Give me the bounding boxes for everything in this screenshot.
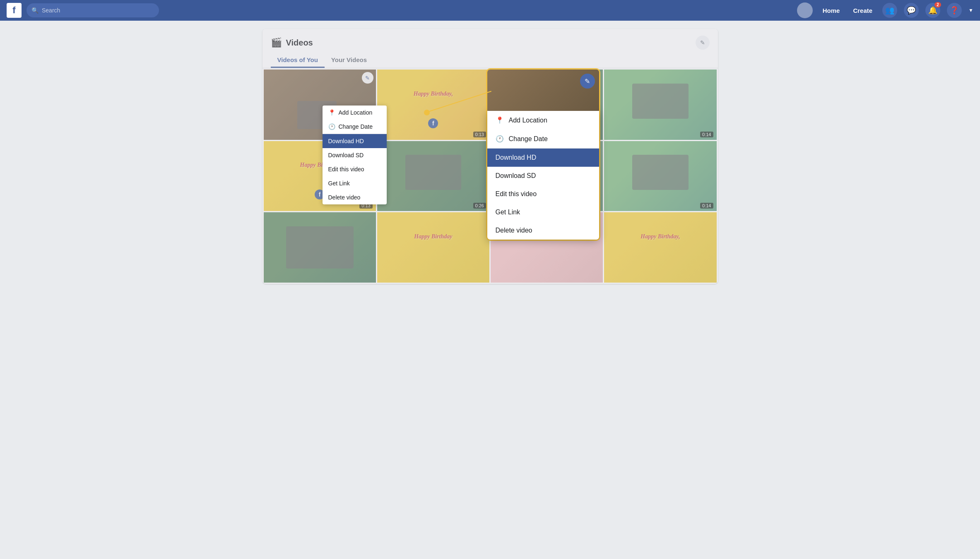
- hb-text-12: Happy Birthday,: [604, 233, 716, 240]
- videos-title: Videos: [286, 38, 691, 48]
- dropdown-large-add-location[interactable]: 📍 Add Location: [487, 111, 599, 130]
- navbar: f 🔍 Home Create 👥 💬 🔔 2 ❓ ▼: [0, 0, 980, 21]
- pencil-icon-large: ✎: [585, 77, 590, 85]
- main-container: 🎬 Videos ✎ Videos of You Your Videos ✎ H…: [262, 29, 718, 284]
- section-edit-button[interactable]: ✎: [696, 36, 710, 50]
- video-duration-8: 0:14: [700, 203, 713, 209]
- video-duration-2: 0:13: [473, 132, 486, 137]
- friends-icon: 👥: [885, 6, 894, 15]
- video-thumb-8[interactable]: 0:14: [604, 141, 716, 211]
- dropdown-large-download-sd[interactable]: Download SD: [487, 167, 599, 185]
- avatar[interactable]: [797, 2, 813, 18]
- friends-icon-btn[interactable]: 👥: [882, 3, 897, 18]
- video-thumb-10[interactable]: Happy Birthday: [377, 212, 489, 283]
- fb-logo-2: f: [428, 118, 438, 128]
- location-icon-large: 📍: [496, 116, 504, 124]
- search-bar[interactable]: 🔍: [26, 3, 159, 17]
- create-link[interactable]: Create: [850, 5, 876, 16]
- messenger-icon: 💬: [907, 6, 916, 15]
- videos-header: 🎬 Videos ✎: [262, 29, 718, 50]
- video-thumb-12[interactable]: Happy Birthday,: [604, 212, 716, 283]
- videos-tabs: Videos of You Your Videos: [262, 50, 718, 68]
- account-menu-caret[interactable]: ▼: [968, 7, 973, 13]
- dropdown-small-change-date[interactable]: 🕐 Change Date: [323, 120, 387, 134]
- video-duration-4: 0:14: [700, 132, 713, 137]
- hb-text-2: Happy Birthday,: [377, 91, 489, 97]
- notifications-icon-btn[interactable]: 🔔 2: [925, 3, 940, 18]
- question-icon: ❓: [950, 6, 959, 15]
- hb-text-10: Happy Birthday: [377, 233, 489, 240]
- video-thumb-2[interactable]: Happy Birthday, f 0:13: [377, 70, 489, 140]
- dropdown-large-delete-video[interactable]: Delete video: [487, 221, 599, 240]
- dropdown-small-download-sd[interactable]: Download SD: [323, 148, 387, 162]
- help-icon-btn[interactable]: ❓: [947, 3, 962, 18]
- dropdown-large-edit-video[interactable]: Edit this video: [487, 185, 599, 203]
- dropdown-video-header: ✎: [487, 70, 599, 111]
- navbar-right: Home Create 👥 💬 🔔 2 ❓ ▼: [797, 2, 973, 18]
- dropdown-large-change-date[interactable]: 🕐 Change Date: [487, 130, 599, 148]
- dropdown-small-edit-video[interactable]: Edit this video: [323, 162, 387, 176]
- facebook-logo[interactable]: f: [7, 3, 22, 18]
- video-thumb-9[interactable]: [264, 212, 376, 283]
- search-icon: 🔍: [31, 7, 39, 14]
- dropdown-large-wrapper: ✎ 📍 Add Location 🕐 Change Date Download …: [486, 68, 600, 241]
- dropdown-small: 📍 Add Location 🕐 Change Date Download HD…: [323, 106, 387, 204]
- dropdown-small-get-link[interactable]: Get Link: [323, 176, 387, 190]
- home-link[interactable]: Home: [819, 5, 843, 16]
- tab-your-videos[interactable]: Your Videos: [325, 53, 373, 68]
- notification-badge: 2: [934, 2, 941, 7]
- pencil-icon: ✎: [700, 39, 705, 46]
- dropdown-small-add-location[interactable]: 📍 Add Location: [323, 106, 387, 120]
- video-duration-6: 0:26: [473, 203, 486, 209]
- pencil-icon: ✎: [365, 75, 370, 81]
- dropdown-small-delete-video[interactable]: Delete video: [323, 190, 387, 204]
- dropdown-large-download-hd[interactable]: Download HD: [487, 149, 599, 167]
- video-section-icon: 🎬: [271, 37, 282, 48]
- clock-icon-large: 🕐: [496, 135, 504, 143]
- connector-dot: [424, 110, 430, 115]
- dropdown-edit-btn-large[interactable]: ✎: [580, 74, 595, 89]
- dropdown-large-get-link[interactable]: Get Link: [487, 203, 599, 221]
- search-input[interactable]: [42, 7, 154, 14]
- tab-videos-of-you[interactable]: Videos of You: [271, 53, 325, 68]
- dropdown-small-download-hd[interactable]: Download HD: [323, 134, 387, 148]
- video-thumb-4[interactable]: 0:14: [604, 70, 716, 140]
- clock-icon: 🕐: [328, 123, 335, 130]
- video-edit-btn-1[interactable]: ✎: [362, 72, 373, 84]
- video-thumb-6[interactable]: 0:26: [377, 141, 489, 211]
- dropdown-highlight-border: ✎ 📍 Add Location 🕐 Change Date Download …: [486, 68, 600, 241]
- dropdown-large: 📍 Add Location 🕐 Change Date Download HD…: [487, 111, 599, 240]
- messenger-icon-btn[interactable]: 💬: [904, 3, 919, 18]
- location-icon: 📍: [328, 109, 335, 116]
